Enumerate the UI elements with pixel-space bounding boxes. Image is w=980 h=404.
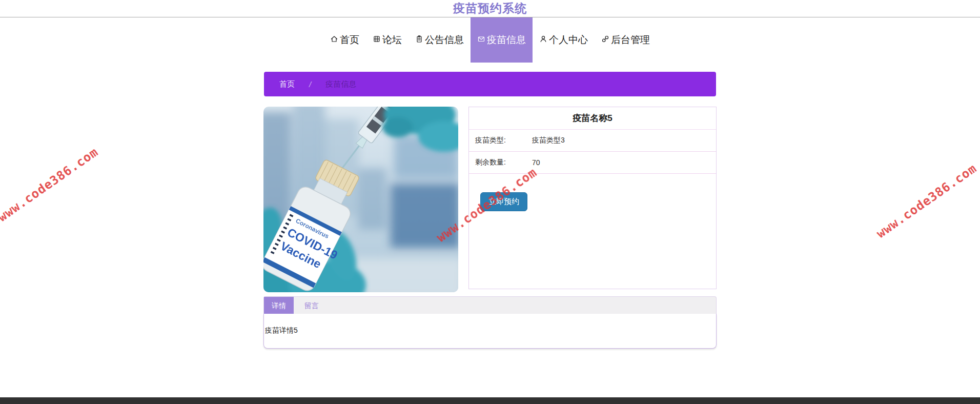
nav-item-forum[interactable]: 论坛: [366, 17, 409, 63]
site-header: 疫苗预约系统: [0, 0, 980, 17]
nav-label: 个人中心: [549, 33, 588, 47]
home-icon: [330, 34, 338, 46]
breadcrumb-current: 疫苗信息: [325, 79, 356, 89]
page-title: 疫苗预约系统: [453, 2, 527, 15]
user-icon: [539, 34, 547, 46]
link-icon: [601, 34, 609, 46]
envelope-icon: [477, 34, 485, 46]
tab-detail[interactable]: 详情: [264, 297, 294, 314]
vaccine-detail-text: 疫苗详情5: [265, 326, 298, 335]
nav-item-admin[interactable]: 后台管理: [595, 17, 657, 63]
nav-item-announcements[interactable]: 公告信息: [409, 17, 471, 63]
breadcrumb-separator: /: [309, 80, 311, 89]
remaining-qty-value: 70: [532, 158, 540, 167]
tab-content: 疫苗详情5: [263, 314, 717, 349]
page: 疫苗预约系统 首页 论坛 公告信息 疫苗信息 个人中心 后台管理 首页: [0, 0, 980, 404]
table-row: 剩余数量: 70: [469, 152, 716, 174]
nav-item-home[interactable]: 首页: [323, 17, 366, 63]
table-row: 疫苗类型: 疫苗类型3: [469, 130, 716, 152]
nav-label: 公告信息: [425, 33, 464, 47]
breadcrumb-bar: 首页 / 疫苗信息: [264, 72, 716, 96]
footer-bar: [0, 397, 980, 404]
vaccine-photo: Coronavirus COVID-19 Vaccine: [263, 107, 458, 292]
watermark: www.code386.com: [874, 161, 979, 241]
breadcrumb-home[interactable]: 首页: [279, 79, 295, 89]
vaccine-type-value: 疫苗类型3: [532, 136, 565, 145]
vaccine-type-label: 疫苗类型:: [475, 136, 532, 145]
nav-label: 后台管理: [611, 33, 650, 47]
forum-icon: [373, 34, 381, 46]
watermark: www.code386.com: [0, 145, 101, 225]
vaccine-info-card: 疫苗名称5 疫苗类型: 疫苗类型3 剩余数量: 70 立即预约: [468, 107, 717, 289]
nav-label: 疫苗信息: [487, 33, 526, 47]
main-nav: 首页 论坛 公告信息 疫苗信息 个人中心 后台管理: [0, 17, 980, 63]
tab-message[interactable]: 留言: [297, 297, 326, 314]
vaccine-name: 疫苗名称5: [469, 107, 716, 130]
tab-bar: 详情 留言: [263, 296, 717, 314]
remaining-qty-label: 剩余数量:: [475, 158, 532, 167]
nav-label: 论坛: [382, 33, 402, 47]
detail-tabs-section: 详情 留言 疫苗详情5: [263, 296, 717, 349]
nav-label: 首页: [340, 33, 359, 47]
bulletin-icon: [415, 34, 423, 46]
vaccine-photo-art: Coronavirus COVID-19 Vaccine: [263, 107, 458, 292]
nav-item-personal-center[interactable]: 个人中心: [533, 17, 595, 63]
reserve-now-button[interactable]: 立即预约: [480, 192, 527, 211]
nav-item-vaccine-info[interactable]: 疫苗信息: [471, 17, 533, 63]
vaccine-detail-section: Coronavirus COVID-19 Vaccine 疫苗名称5 疫苗类型:…: [263, 107, 717, 292]
